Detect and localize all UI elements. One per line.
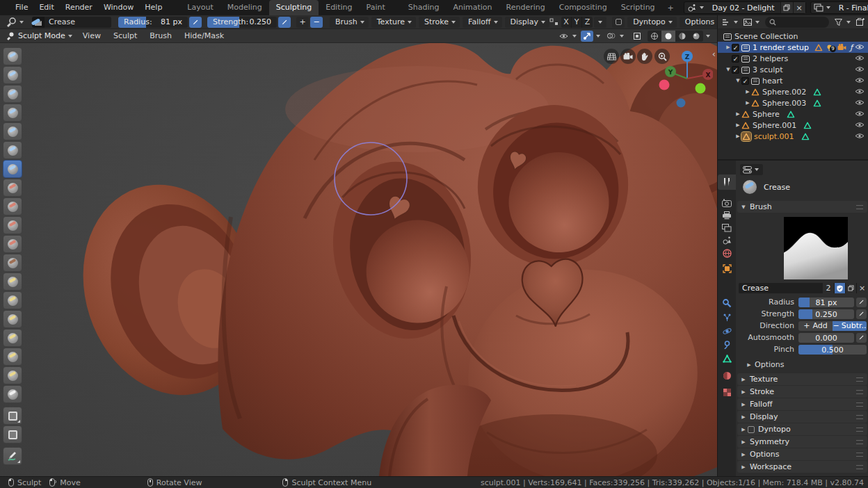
falloff-panel-header[interactable]: ▶Falloff — [737, 398, 867, 410]
autosmooth-pressure-button[interactable] — [856, 333, 867, 343]
tool-inflate[interactable] — [3, 122, 22, 140]
tool-box-mask[interactable] — [3, 407, 22, 425]
tab-animation[interactable]: Animation — [446, 0, 499, 15]
tool-smooth[interactable] — [3, 179, 22, 197]
direction-subtract-button[interactable]: −Subtr.. — [833, 321, 867, 331]
symmetry-x-toggle[interactable]: X — [561, 17, 572, 28]
display-dropdown[interactable]: Display — [505, 17, 550, 28]
scene-delete-button[interactable]: × — [793, 2, 805, 13]
axis-neg-x-handle[interactable] — [659, 80, 670, 90]
tool-grab[interactable] — [3, 273, 22, 291]
display-panel-header[interactable]: ▶Display — [737, 411, 867, 423]
strength-pressure-button[interactable] — [856, 309, 867, 319]
tool-slide-relax[interactable] — [3, 366, 22, 384]
perspective-toggle-button[interactable] — [604, 49, 619, 64]
outliner-row-sphere-003[interactable]: ▶ Sphere.003 — [718, 97, 868, 108]
tool-scrape[interactable] — [3, 235, 22, 253]
pinch-value-slider[interactable]: 0.500 — [798, 345, 867, 355]
tab-physics-properties[interactable] — [718, 323, 736, 339]
view-menu[interactable]: View — [77, 29, 107, 43]
visibility-eye-icon[interactable] — [855, 77, 865, 83]
gizmos-button[interactable] — [581, 31, 593, 42]
tool-box-hide[interactable] — [3, 425, 22, 444]
view-layer-name[interactable]: R - Final — [833, 3, 868, 13]
menu-render[interactable]: Render — [60, 0, 98, 15]
strength-value-slider[interactable]: 0.250 — [798, 309, 854, 319]
direction-add-toggle[interactable]: + — [296, 17, 309, 28]
radius-pressure-button[interactable] — [856, 298, 867, 307]
stroke-panel-header[interactable]: ▶Stroke — [737, 386, 867, 398]
tool-snake-hook[interactable] — [3, 310, 22, 328]
menu-help[interactable]: Help — [139, 0, 168, 15]
brush-copy-button[interactable] — [845, 283, 856, 293]
tab-constraint-properties[interactable] — [718, 337, 736, 352]
tab-compositing[interactable]: Compositing — [552, 0, 614, 15]
outliner-row-sphere-002[interactable]: ▶ Sphere.002 — [718, 86, 868, 97]
dyntopo-dropdown[interactable]: Dyntopo — [627, 17, 677, 28]
outliner-row-render-setup[interactable]: ▶ ✓ 1 render setup 9 ƒ — [718, 42, 868, 53]
tab-sculpting[interactable]: Sculpting — [269, 0, 319, 15]
tool-fill[interactable] — [3, 216, 22, 234]
collection-checkbox[interactable]: ✓ — [732, 66, 739, 74]
symmetry-options-caret[interactable] — [594, 17, 606, 28]
autosmooth-value-slider[interactable]: 0.000 — [798, 333, 854, 343]
axis-gizmo[interactable]: Z Y X — [657, 47, 713, 113]
tab-uv-editing[interactable]: UV Editing — [319, 0, 359, 15]
tab-object-properties[interactable] — [718, 261, 736, 276]
outliner-row-sphere[interactable]: ▶ Sphere — [718, 108, 868, 120]
visibility-eye-icon[interactable] — [855, 88, 865, 95]
visibility-eye-icon[interactable] — [855, 111, 865, 117]
brush-options-subpanel[interactable]: ▶ Options — [746, 360, 784, 369]
tab-modeling[interactable]: Modeling — [220, 0, 269, 15]
direction-subtract-toggle[interactable]: − — [310, 17, 323, 28]
visibility-eye-icon[interactable] — [855, 133, 865, 139]
shading-dropdown-caret[interactable] — [706, 35, 710, 38]
outliner-display-mode-button[interactable] — [721, 17, 731, 28]
axis-neg-y-handle[interactable] — [696, 83, 706, 94]
scene-dropdown-caret[interactable] — [700, 6, 704, 9]
shading-rendered-button[interactable] — [689, 31, 703, 42]
outliner-row-sculpt-collection[interactable]: ▼ ✓ 3 sculpt — [718, 64, 868, 75]
menu-window[interactable]: Window — [98, 0, 139, 15]
fake-user-shield-button[interactable] — [834, 283, 845, 293]
new-collection-button[interactable] — [855, 17, 865, 28]
visibility-eye-icon[interactable] — [855, 55, 865, 61]
scene-copy-button[interactable] — [780, 2, 793, 13]
tab-texture-paint[interactable]: Texture Paint — [360, 0, 401, 15]
dyntopo-checkbox[interactable] — [748, 426, 755, 433]
texture-panel-header[interactable]: ▶Texture — [737, 373, 867, 385]
brush-dropdown[interactable]: Brush — [330, 17, 369, 28]
sculpt-menu[interactable]: Sculpt — [107, 29, 143, 43]
panel-grip[interactable] — [856, 205, 863, 209]
shading-material-button[interactable] — [675, 31, 689, 42]
xray-toggle-button[interactable] — [631, 31, 643, 42]
symmetry-panel-header[interactable]: ▶Symmetry — [737, 436, 867, 448]
workspace-panel-header[interactable]: ▶Workspace — [737, 461, 867, 473]
tool-pinch[interactable] — [3, 254, 22, 272]
viewport-3d[interactable]: ‹ Z Y X — [0, 43, 717, 476]
outliner-row-scene-collection[interactable]: Scene Collection — [718, 31, 868, 42]
menu-file[interactable]: File — [10, 0, 33, 15]
collection-checkbox[interactable]: ✓ — [732, 44, 739, 51]
brush-name-field[interactable]: Crease — [45, 17, 111, 28]
brush-panel-header[interactable]: ▼ Brush — [737, 201, 867, 213]
object-visibility-button[interactable] — [557, 31, 570, 42]
brush-menu[interactable]: Brush — [143, 29, 178, 43]
pan-view-button[interactable] — [637, 49, 652, 64]
outliner-row-sculpt-001[interactable]: ▶ sculpt.001 — [718, 131, 868, 142]
shading-wireframe-button[interactable] — [648, 31, 661, 42]
options-panel-header[interactable]: ▶Options — [737, 448, 867, 460]
tab-modifier-properties[interactable] — [718, 295, 736, 311]
tab-layout[interactable]: Layout — [180, 0, 220, 15]
mode-selector[interactable]: Sculpt Mode — [3, 30, 77, 42]
brush-users-count[interactable]: 2 — [823, 283, 834, 293]
tool-mask[interactable] — [3, 385, 22, 403]
tab-data-properties[interactable] — [718, 351, 736, 366]
tab-particle-properties[interactable] — [718, 309, 736, 325]
view-layer-dropdown-caret[interactable] — [826, 6, 830, 9]
tool-thumb[interactable] — [3, 329, 22, 347]
radius-value-slider[interactable]: 81 px — [798, 298, 854, 307]
properties-editor-type-button[interactable] — [740, 164, 763, 175]
stroke-dropdown[interactable]: Stroke — [419, 17, 460, 28]
scene-name[interactable]: Day 02 - Delight — [707, 3, 780, 13]
